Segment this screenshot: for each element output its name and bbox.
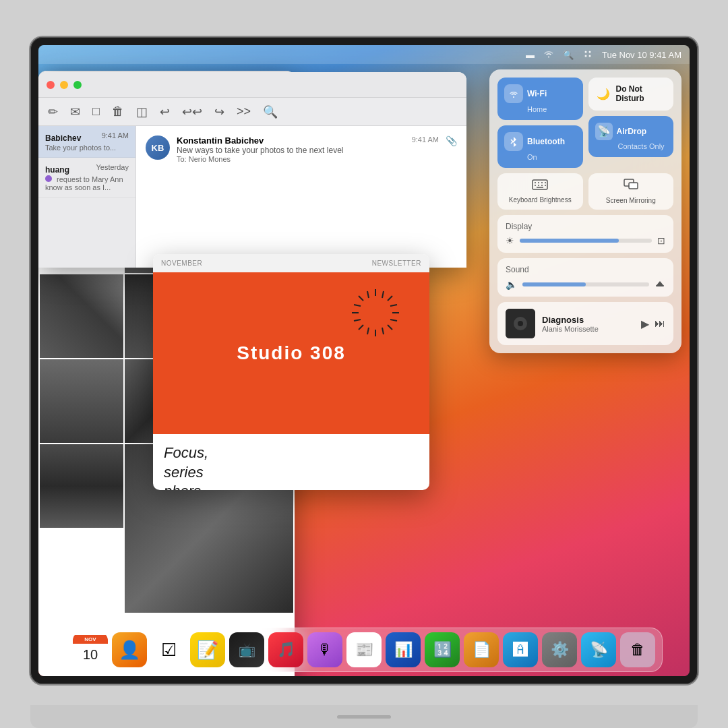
- macbook-frame: ▬ 🔍: [0, 0, 728, 728]
- dock-item-system-prefs[interactable]: ⚙️: [542, 632, 577, 667]
- reply-all-icon[interactable]: ↩↩: [182, 104, 202, 119]
- compose-icon[interactable]: ✏: [48, 104, 58, 119]
- control-center-icon[interactable]: [583, 50, 593, 60]
- dock-item-calendar[interactable]: NOV 10: [73, 632, 108, 667]
- sound-section: Sound 🔈: [497, 258, 673, 297]
- mail-item-2[interactable]: huang Yesterday request to Mary Ann know…: [38, 158, 135, 198]
- control-center-panel: Wi-Fi Home: [489, 69, 681, 353]
- mail-to: To: Nerio Mones: [177, 155, 343, 163]
- airplay-icon: [655, 278, 665, 290]
- dock-item-podcasts[interactable]: 🎙: [307, 632, 342, 667]
- dock-item-app-store[interactable]: 🅰: [503, 632, 538, 667]
- play-button[interactable]: ▶: [641, 317, 649, 330]
- message-icon[interactable]: ✉: [70, 104, 80, 119]
- numbers-icon: 🔢: [433, 641, 452, 659]
- svg-point-0: [584, 51, 586, 53]
- screen-mirroring-tile[interactable]: Screen Mirroring: [588, 173, 674, 210]
- dnd-label: Do Not Disturb: [615, 84, 667, 104]
- dnd-tile[interactable]: 🌙 Do Not Disturb: [588, 78, 674, 111]
- delete-icon[interactable]: 🗑: [112, 104, 124, 119]
- dock-item-reminders[interactable]: ☑: [151, 632, 186, 667]
- volume-slider[interactable]: [522, 282, 649, 286]
- svg-line-8: [359, 296, 363, 301]
- svg-line-11: [359, 325, 363, 330]
- attachment-icon: 📎: [446, 135, 457, 146]
- bluetooth-label: Bluetooth: [527, 137, 565, 146]
- airdrop-tile[interactable]: 📡 AirDrop Contacts Only: [588, 116, 674, 157]
- calendar-day: 10: [83, 644, 98, 665]
- search-mail-icon[interactable]: 🔍: [263, 104, 278, 119]
- contacts-icon: 👤: [119, 640, 140, 661]
- mail-subject: New ways to take your photos to the next…: [177, 146, 343, 155]
- dock-item-keynote[interactable]: 📊: [386, 632, 421, 667]
- display-label: Display: [506, 222, 665, 231]
- dock-item-notes[interactable]: 📝: [190, 632, 225, 667]
- mail-avatar: KB: [146, 135, 170, 160]
- wifi-tile[interactable]: Wi-Fi Home: [497, 78, 583, 120]
- junk-icon[interactable]: ◫: [136, 104, 148, 119]
- svg-line-18: [390, 305, 397, 306]
- mail-preview-2b: know as soon as I...: [45, 183, 129, 191]
- svg-line-15: [382, 328, 384, 334]
- bluetooth-sublabel: On: [504, 153, 576, 161]
- svg-rect-31: [629, 183, 638, 189]
- bluetooth-tile[interactable]: Bluetooth On: [497, 125, 583, 168]
- mail-sender-info: Konstantin Babichev New ways to take you…: [177, 135, 343, 163]
- dnd-icon: 🌙: [595, 84, 612, 103]
- trash-icon: 🗑: [630, 641, 645, 659]
- screen-mirroring-icon: [624, 179, 638, 194]
- photo-cell[interactable]: [40, 359, 123, 443]
- dock-item-contacts[interactable]: 👤: [112, 632, 147, 667]
- mail-sender-2: huang: [45, 165, 69, 175]
- forward-icon[interactable]: ↪: [214, 104, 224, 119]
- keyboard-icon: [532, 179, 548, 193]
- svg-rect-32: [656, 285, 664, 286]
- svg-line-12: [367, 291, 369, 298]
- dock-item-airdrop[interactable]: 📡: [581, 632, 616, 667]
- mail-preview-1: Take your photos to...: [45, 144, 129, 152]
- svg-line-10: [388, 296, 392, 301]
- mail-toolbar: ✏ ✉ □ 🗑 ◫ ↩ ↩↩ ↪ >> 🔍: [38, 98, 466, 126]
- brightness-slider[interactable]: [520, 239, 652, 243]
- bluetooth-tile-icon: [504, 132, 523, 151]
- wifi-tile-icon: [504, 84, 523, 103]
- podcasts-icon: 🎙: [317, 641, 332, 659]
- svg-line-17: [354, 320, 361, 321]
- reply-icon[interactable]: ↩: [160, 104, 170, 119]
- photo-cell[interactable]: [40, 444, 123, 528]
- dock-item-pages[interactable]: 📄: [464, 632, 499, 667]
- reminders-icon: ☑: [161, 640, 177, 661]
- app-store-icon: 🅰: [513, 641, 528, 659]
- screen: ▬ 🔍: [38, 45, 690, 676]
- menubar-right: ▬ 🔍: [526, 50, 681, 60]
- now-playing-section: Diagnosis Alanis Morissette ▶ ⏭: [497, 302, 673, 345]
- keyboard-brightness-tile[interactable]: Keyboard Brightness: [497, 173, 583, 210]
- brightness-row: ☀ ⊡: [506, 235, 665, 246]
- macbook-chin: [30, 705, 698, 728]
- newsletter-body: Focus, series phers: [153, 434, 429, 490]
- dock-item-trash[interactable]: 🗑: [620, 632, 655, 667]
- photo-cell[interactable]: [40, 274, 123, 358]
- dock-item-news[interactable]: 📰: [346, 632, 382, 667]
- mail-sender-1: Babichev: [45, 133, 81, 143]
- search-menubar-icon[interactable]: 🔍: [563, 50, 574, 60]
- minimize-button[interactable]: [60, 81, 68, 89]
- archive-icon[interactable]: □: [92, 104, 100, 119]
- mail-item-1[interactable]: Babichev 9:41 AM Take your photos to...: [38, 126, 135, 158]
- skip-button[interactable]: ⏭: [655, 317, 665, 330]
- display-mode-icon: ⊡: [657, 235, 665, 246]
- close-button[interactable]: [47, 81, 55, 89]
- mail-window: ✏ ✉ □ 🗑 ◫ ↩ ↩↩ ↪ >> 🔍 Babichev 9:41 AM: [38, 72, 466, 268]
- menubar-datetime: Tue Nov 10 9:41 AM: [602, 50, 681, 60]
- svg-point-1: [588, 51, 590, 53]
- keyboard-brightness-label: Keyboard Brightness: [509, 196, 572, 204]
- volume-fill: [522, 282, 586, 286]
- dock-item-numbers[interactable]: 🔢: [425, 632, 460, 667]
- calendar-month: NOV: [73, 635, 108, 644]
- newsletter-italic-text: Focus, series phers: [164, 444, 419, 490]
- more-icon[interactable]: >>: [237, 104, 251, 119]
- maximize-button[interactable]: [73, 81, 82, 89]
- sound-label: Sound: [506, 265, 665, 274]
- dock-item-apple-tv[interactable]: 📺: [229, 632, 264, 667]
- dock-item-music[interactable]: 🎵: [268, 632, 303, 667]
